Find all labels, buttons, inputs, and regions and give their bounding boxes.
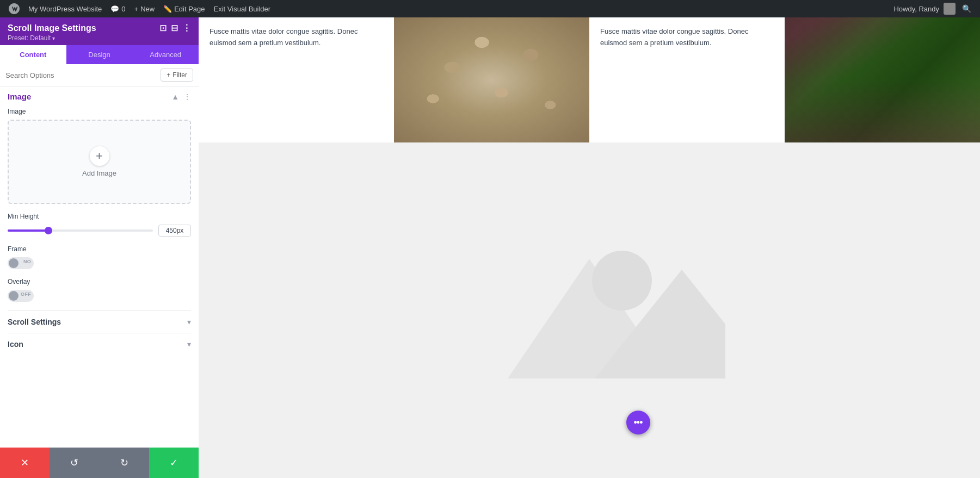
add-image-button[interactable]: + [90,146,109,166]
frame-label: Frame [8,245,191,253]
image-section-header: Image ▲ ⋮ [8,92,191,101]
sidebar-preset[interactable]: Preset: Default ▾ [8,34,191,42]
content-top-row: Fusce mattis vitae dolor congue sagittis… [199,17,980,142]
search-input[interactable] [5,71,157,79]
overlay-row: OFF [8,290,191,302]
wp-logo[interactable] [4,0,24,17]
tab-design[interactable]: Design [66,45,133,64]
sidebar-content: Image ▲ ⋮ Image + Add Image Min Height [0,86,199,448]
frame-toggle-knob [9,258,19,268]
plant-image-bg [785,17,980,142]
scroll-settings-title: Scroll Settings [8,318,61,326]
redo-icon: ↻ [120,457,128,469]
comment-icon: 💬 [110,5,119,13]
scroll-settings-chevron-icon: ▾ [187,318,191,326]
filter-icon: + [167,71,170,79]
redo-button[interactable]: ↻ [100,448,149,478]
admin-bar-right: Howdy, Randy 🔍 [889,0,976,17]
overlay-label: Overlay [8,278,191,285]
comment-count: 0 [121,5,125,13]
new-label: New [140,5,155,13]
site-name-bar-item[interactable]: My WordPress Website [24,0,106,17]
exit-builder-bar-item[interactable]: Exit Visual Builder [209,0,275,17]
min-height-value[interactable]: 450px [158,225,191,237]
placeholder-image-area[interactable] [199,142,980,478]
new-bar-item[interactable]: + New [130,0,159,17]
frame-toggle[interactable]: NO [8,257,34,269]
sidebar-search: + Filter [0,64,199,86]
site-name-label: My WordPress Website [28,5,102,13]
min-height-label: Min Height [8,213,191,220]
admin-bar: My WordPress Website 💬 0 + New ✏️ Edit P… [0,0,980,17]
responsive-icon[interactable]: ⊡ [159,23,167,33]
greeting-text: Howdy, Randy [893,5,939,13]
tab-advanced-label: Advanced [150,51,181,59]
confirm-button[interactable]: ✓ [149,448,199,478]
edit-page-bar-item[interactable]: ✏️ Edit Page [159,0,209,17]
cancel-icon: ✕ [21,457,29,469]
sidebar-header: Scroll Image Settings ⊡ ⊟ ⋮ Preset: Defa… [0,17,199,45]
section-icons: ▲ ⋮ [171,92,191,101]
frame-row: NO [8,257,191,269]
overlay-toggle[interactable]: OFF [8,290,34,302]
undo-button[interactable]: ↺ [50,448,99,478]
fab-dots: ••• [634,417,643,429]
user-greeting[interactable]: Howdy, Randy 🔍 [889,0,976,17]
filter-label: Filter [172,71,187,79]
undo-icon: ↺ [70,457,78,469]
avatar [944,3,956,15]
frame-toggle-label: NO [23,259,31,264]
icon-section-header[interactable]: Icon ▾ [8,340,191,349]
image-section: Image ▲ ⋮ Image + Add Image Min Height [8,92,191,302]
svg-point-2 [592,251,652,311]
image-section-title: Image [8,92,31,101]
collapse-icon[interactable]: ▲ [171,92,179,101]
image-field-label: Image [8,108,191,115]
overlay-toggle-label: OFF [21,291,31,297]
plus-icon: + [134,5,139,13]
pencil-icon: ✏️ [163,5,172,13]
overlay-toggle-knob [9,291,19,301]
section-more-icon[interactable]: ⋮ [183,92,191,101]
edit-page-label: Edit Page [174,5,205,13]
exit-builder-label: Exit Visual Builder [214,5,271,13]
main-layout: Scroll Image Settings ⊡ ⊟ ⋮ Preset: Defa… [0,17,980,478]
min-height-slider-row: 450px [8,225,191,237]
confirm-icon: ✓ [170,457,178,469]
cancel-button[interactable]: ✕ [0,448,50,478]
sidebar-tabs: Content Design Advanced [0,45,199,64]
scroll-settings-section: Scroll Settings ▾ [8,311,191,326]
layout-icon[interactable]: ⊟ [171,23,178,33]
tab-content[interactable]: Content [0,45,66,64]
comments-bar-item[interactable]: 💬 0 [106,0,130,17]
tab-advanced[interactable]: Advanced [132,45,199,64]
preset-label: Preset: Default [8,34,51,42]
tab-design-label: Design [88,51,110,59]
add-image-label: Add Image [82,169,116,177]
potato-image [394,17,589,142]
placeholder-svg [453,215,725,406]
search-icon[interactable]: 🔍 [962,4,971,13]
potato-image-bg [394,17,589,142]
content-text-2: Fusce mattis vitae dolor congue sagittis… [600,26,774,49]
slider-thumb[interactable] [45,227,52,234]
preset-arrow-icon: ▾ [52,35,55,41]
icon-section-title: Icon [8,340,23,349]
icon-section: Icon ▾ [8,333,191,349]
image-upload-area[interactable]: + Add Image [8,120,191,204]
sidebar-title-icons: ⊡ ⊟ ⋮ [159,23,191,33]
slider-fill [8,229,48,232]
content-card-2: Fusce mattis vitae dolor congue sagittis… [589,17,785,142]
scroll-settings-header[interactable]: Scroll Settings ▾ [8,318,191,326]
bottom-bar: ✕ ↺ ↻ ✓ [0,448,199,478]
sidebar-title: Scroll Image Settings ⊡ ⊟ ⋮ [8,23,191,33]
slider-track[interactable] [8,229,153,232]
sidebar: Scroll Image Settings ⊡ ⊟ ⋮ Preset: Defa… [0,17,199,478]
sidebar-title-text: Scroll Image Settings [8,23,96,33]
content-card-1: Fusce mattis vitae dolor congue sagittis… [199,17,394,142]
content-text-1: Fusce mattis vitae dolor congue sagittis… [209,26,383,49]
filter-button[interactable]: + Filter [161,69,193,82]
icon-chevron-icon: ▾ [187,340,191,349]
more-icon[interactable]: ⋮ [182,23,191,33]
fab-button[interactable]: ••• [626,411,650,434]
